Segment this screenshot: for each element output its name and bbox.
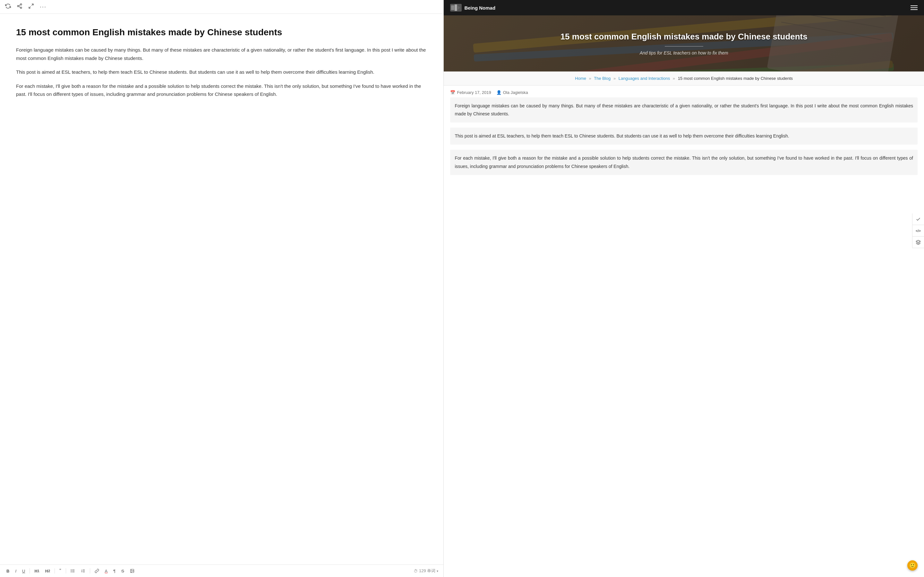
side-icons: </> [912,213,924,248]
breadcrumb-home[interactable]: Home [575,76,586,81]
editor-panel: ··· 15 most common English mistakes made… [0,0,443,577]
svg-line-3 [19,6,20,7]
code-icon-btn[interactable]: </> [913,225,924,237]
link-button[interactable] [94,568,100,574]
breadcrumb-bar: Home » The Blog » Languages and Interact… [444,71,924,85]
article-meta: 📅 February 17, 2019 👤 Ola Jagielska [444,85,924,97]
hero-content: 15 most common English mistakes made by … [450,31,918,55]
layers-icon-btn[interactable] [913,237,924,248]
editor-title: 15 most common English mistakes made by … [16,27,427,38]
image-button[interactable] [129,568,136,574]
svg-marker-29 [916,240,920,242]
hamburger-menu[interactable] [911,5,918,10]
h1-button[interactable]: H1 [33,568,40,574]
word-count[interactable]: ⏱ 129 单词 ▾ [414,568,438,574]
editor-para-3[interactable]: For each mistake, I'll give both a reaso… [16,82,427,98]
site-header: Being Nomad [444,0,924,15]
h2-button[interactable]: H2 [44,568,51,574]
logo-text: Being Nomad [464,5,495,11]
calendar-icon: 📅 [450,90,455,95]
svg-line-4 [19,5,20,6]
site-logo: Being Nomad [450,4,495,11]
svg-line-6 [29,7,31,8]
hero-subtitle: And tips for ESL teachers on how to fix … [450,50,918,55]
breadcrumb-category[interactable]: Languages and Interactions [619,76,670,81]
breadcrumb-blog[interactable]: The Blog [594,76,611,81]
bold-button[interactable]: B [5,568,11,574]
breadcrumb: Home » The Blog » Languages and Interact… [450,76,918,81]
preview-panel: Being Nomad 15 most co [443,0,924,577]
more-icon[interactable]: ··· [40,3,47,10]
article-para-3: For each mistake, I'll give both a reaso… [450,150,918,175]
svg-point-0 [20,4,22,5]
svg-point-17 [131,570,132,571]
editor-para-2[interactable]: This post is aimed at ESL teachers, to h… [16,68,427,76]
hero-divider [665,46,703,47]
editor-para-1[interactable]: Foreign language mistakes can be caused … [16,46,427,62]
divider-2 [55,568,55,574]
svg-point-2 [20,7,22,9]
list-unordered-button[interactable] [69,568,76,574]
chevron-down-icon: ▾ [437,569,438,573]
author-icon: 👤 [496,90,501,95]
hero-title: 15 most common English mistakes made by … [450,31,918,42]
share-icon[interactable] [17,3,23,10]
article-para-2: This post is aimed at ESL teachers, to h… [450,127,918,145]
breadcrumb-current: 15 most common English mistakes made by … [678,76,793,81]
breadcrumb-sep-2: » [614,76,615,81]
emoji-button[interactable]: 🙂 [907,560,918,571]
article-date: 📅 February 17, 2019 [450,90,491,95]
article-author: 👤 Ola Jagielska [496,90,528,95]
breadcrumb-sep-3: » [673,76,675,81]
editor-toolbar-bottom: B I U H1 H2 “ A ¶ S ⏱ 129 单词 ▾ [0,564,443,577]
svg-point-11 [71,571,71,571]
check-icon-btn[interactable] [913,213,924,225]
underline-button[interactable]: U [21,568,26,574]
article-para-1: Foreign language mistakes can be caused … [450,97,918,122]
list-ordered-button[interactable] [79,568,87,574]
logo-icon [450,4,462,11]
svg-point-1 [17,5,19,7]
editor-toolbar-top: ··· [0,0,443,14]
breadcrumb-sep-1: » [589,76,591,81]
svg-point-10 [71,570,71,570]
svg-rect-18 [451,5,454,10]
hero-section: 15 most common English mistakes made by … [444,15,924,71]
article-body: Foreign language mistakes can be caused … [444,97,924,577]
text-color-button[interactable]: A [103,568,109,574]
svg-rect-19 [455,5,457,11]
clock-icon: ⏱ [414,569,418,574]
strikethrough-button[interactable]: S [120,568,126,574]
svg-line-5 [32,4,33,5]
divider-3 [66,568,66,574]
divider-1 [29,568,30,574]
refresh-icon[interactable] [5,3,11,10]
editor-content-area[interactable]: 15 most common English mistakes made by … [0,14,443,577]
divider-4 [90,568,90,574]
italic-button[interactable]: I [14,568,18,574]
paragraph-button[interactable]: ¶ [112,568,117,574]
quote-button[interactable]: “ [58,567,62,574]
expand-icon[interactable] [28,3,34,10]
